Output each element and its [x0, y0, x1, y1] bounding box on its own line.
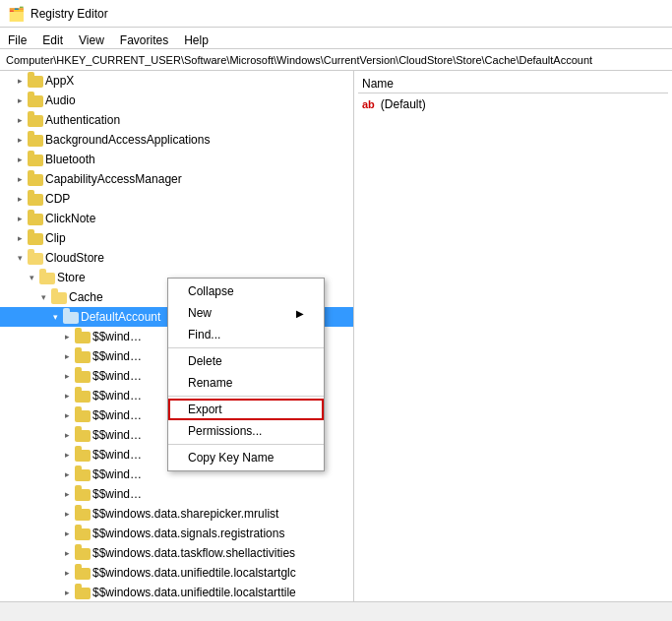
ctx-item-export[interactable]: Export — [168, 399, 324, 420]
tree-label: Audio — [45, 93, 76, 107]
menu-item-file[interactable]: File — [0, 30, 34, 46]
menu-item-edit[interactable]: Edit — [34, 30, 71, 46]
tree-arrow-icon: ▸ — [59, 351, 75, 361]
tree-item-appx[interactable]: ▸AppX — [0, 71, 353, 91]
tree-arrow-icon: ▸ — [12, 233, 28, 243]
tree-label: $$windows.data.unifiedtile.localstarttil… — [92, 586, 296, 599]
tree-item-sswindows_unifiedtile2[interactable]: ▸$$windows.data.unifiedtile.localstartti… — [0, 583, 353, 601]
tree-label: CloudStore — [45, 251, 104, 265]
tree-arrow-icon: ▸ — [12, 76, 28, 86]
tree-arrow-icon: ▸ — [59, 450, 75, 460]
folder-icon — [75, 467, 91, 481]
tree-arrow-icon: ▸ — [59, 469, 75, 479]
tree-item-sswindows_signals[interactable]: ▸$$windows.data.signals.registrations — [0, 524, 353, 543]
folder-icon — [28, 192, 43, 206]
tree-label: Store — [57, 271, 86, 284]
ctx-separator — [168, 396, 324, 397]
status-bar — [0, 601, 672, 621]
tree-arrow-icon: ▸ — [59, 430, 75, 440]
folder-icon — [28, 113, 43, 127]
ctx-item-permissions[interactable]: Permissions... — [168, 420, 324, 442]
tree-item-backgroundaccessapplications[interactable]: ▸BackgroundAccessApplications — [0, 130, 353, 150]
tree-label: $$wind… — [92, 349, 142, 363]
column-header: Name — [358, 75, 668, 93]
tree-label: $$wind… — [92, 369, 142, 383]
folder-icon — [75, 487, 91, 501]
ctx-item-copykeyname[interactable]: Copy Key Name — [168, 447, 324, 468]
tree-arrow-icon: ▸ — [12, 194, 28, 204]
ctx-item-collapse[interactable]: Collapse — [168, 280, 324, 302]
tree-arrow-icon: ▸ — [59, 528, 75, 538]
tree-item-sswind9[interactable]: ▸$$wind… — [0, 484, 353, 504]
folder-icon — [75, 448, 91, 462]
tree-label: $$windows.data.sharepicker.mrulist — [92, 507, 278, 521]
tree-item-bluetooth[interactable]: ▸Bluetooth — [0, 150, 353, 169]
folder-icon — [51, 290, 67, 304]
tree-label: BackgroundAccessApplications — [45, 133, 210, 147]
tree-item-audio[interactable]: ▸Audio — [0, 91, 353, 110]
tree-item-capabilityaccessmanager[interactable]: ▸CapabilityAccessManager — [0, 169, 353, 189]
ctx-item-rename[interactable]: Rename — [168, 372, 324, 394]
tree-arrow-icon: ▸ — [59, 410, 75, 420]
tree-label: CDP — [45, 192, 70, 206]
folder-icon — [75, 369, 91, 383]
folder-icon — [28, 212, 43, 225]
tree-label: Clip — [45, 231, 66, 245]
menu-item-view[interactable]: View — [71, 30, 112, 46]
tree-label: $$wind… — [92, 389, 142, 403]
tree-item-clicknote[interactable]: ▸ClickNote — [0, 209, 353, 228]
right-panel: Name ab(Default) — [354, 71, 672, 601]
folder-icon — [28, 133, 43, 147]
tree-arrow-icon: ▸ — [59, 548, 75, 558]
app-icon: 🗂️ — [8, 6, 25, 22]
folder-icon — [28, 153, 43, 166]
menu-item-help[interactable]: Help — [176, 30, 216, 46]
tree-label: $$wind… — [92, 330, 142, 343]
ctx-label: Collapse — [188, 284, 234, 298]
menu-item-favorites[interactable]: Favorites — [112, 30, 176, 46]
folder-icon — [75, 408, 91, 422]
folder-icon — [75, 389, 91, 403]
tree-item-cdp[interactable]: ▸CDP — [0, 189, 353, 209]
folder-icon — [63, 310, 79, 324]
tree-arrow-icon: ▸ — [59, 568, 75, 578]
address-bar: Computer\HKEY_CURRENT_USER\Software\Micr… — [0, 49, 672, 71]
tree-arrow-icon: ▾ — [35, 292, 51, 302]
tree-label: Cache — [69, 290, 103, 304]
tree-arrow-icon: ▸ — [12, 135, 28, 145]
folder-icon — [28, 172, 43, 186]
folder-icon — [75, 527, 91, 540]
folder-icon — [75, 349, 91, 363]
reg-value-row[interactable]: ab(Default) — [358, 95, 668, 113]
tree-item-sswindows_sharepicker[interactable]: ▸$$windows.data.sharepicker.mrulist — [0, 504, 353, 524]
tree-label: $$windows.data.taskflow.shellactivities — [92, 546, 295, 560]
ctx-item-delete[interactable]: Delete — [168, 350, 324, 372]
tree-label: $$wind… — [92, 428, 142, 442]
ctx-label: Delete — [188, 354, 222, 368]
title-bar: 🗂️ Registry Editor — [0, 0, 672, 28]
tree-arrow-icon: ▸ — [59, 371, 75, 381]
tree-label: $$windows.data.signals.registrations — [92, 527, 284, 540]
ctx-item-find[interactable]: Find... — [168, 324, 324, 345]
folder-icon — [75, 428, 91, 442]
tree-arrow-icon: ▸ — [59, 391, 75, 401]
folder-icon — [75, 546, 91, 560]
folder-icon — [75, 330, 91, 343]
tree-label: $$wind… — [92, 408, 142, 422]
ctx-item-new[interactable]: New▶ — [168, 302, 324, 324]
tree-item-sswindows_taskflow[interactable]: ▸$$windows.data.taskflow.shellactivities — [0, 543, 353, 563]
tree-item-authentication[interactable]: ▸Authentication — [0, 110, 353, 130]
tree-label: AppX — [45, 74, 74, 88]
tree-item-sswindows_unifiedtile1[interactable]: ▸$$windows.data.unifiedtile.localstartgl… — [0, 563, 353, 583]
tree-label: DefaultAccount — [81, 310, 160, 324]
reg-value-name: (Default) — [381, 97, 426, 111]
tree-item-clip[interactable]: ▸Clip — [0, 228, 353, 248]
ctx-separator — [168, 444, 324, 445]
folder-icon — [28, 93, 43, 107]
ctx-label: Rename — [188, 376, 232, 390]
tree-label: ClickNote — [45, 212, 95, 225]
menu-bar: FileEditViewFavoritesHelp — [0, 28, 672, 49]
ctx-label: Permissions... — [188, 424, 262, 438]
tree-arrow-icon: ▸ — [12, 155, 28, 164]
tree-item-cloudstore[interactable]: ▾CloudStore — [0, 248, 353, 268]
